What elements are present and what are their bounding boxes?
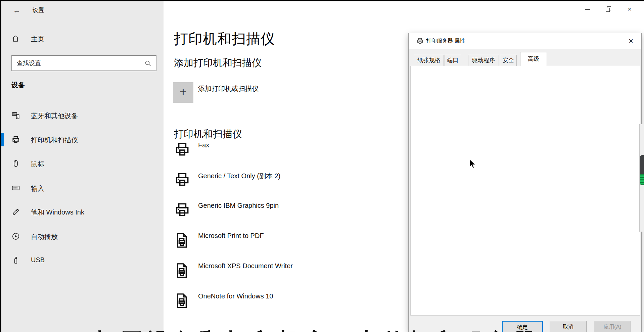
- sidebar-item-bluetooth[interactable]: 蓝牙和其他设备: [1, 108, 164, 123]
- settings-sidebar: ← 设置 主页 设备 蓝牙和其他设备 打印机和扫描仪: [1, 1, 164, 332]
- printer-icon: [11, 135, 20, 144]
- printer-name: Microsoft Print to PDF: [198, 232, 264, 240]
- sidebar-item-printers[interactable]: 打印机和扫描仪: [1, 132, 164, 147]
- printer-icon: [416, 37, 424, 45]
- print-document-icon: [174, 292, 189, 310]
- printer-list-heading: 打印机和扫描仪: [174, 128, 242, 141]
- scrollbar-green-marker: [640, 174, 644, 185]
- caption-text: 打开设备和打印机窗口中的打印服务器属性页: [95, 330, 541, 332]
- sidebar-item-home[interactable]: 主页: [1, 32, 164, 46]
- printer-row-xps-writer[interactable]: Microsoft XPS Document Writer: [173, 260, 408, 281]
- window-controls: ×: [578, 3, 639, 15]
- plus-glyph: +: [180, 85, 187, 99]
- sidebar-item-label: USB: [31, 256, 45, 264]
- keyboard-icon: [11, 184, 20, 192]
- screen: ← 设置 主页 设备 蓝牙和其他设备 打印机和扫描仪: [0, 0, 644, 332]
- apply-button[interactable]: 应用(A): [594, 321, 631, 332]
- pen-icon: [11, 207, 20, 216]
- screen-edge-top: [0, 0, 644, 1]
- add-printer-label: 添加打印机或扫描仪: [198, 84, 259, 93]
- titlebar: ← 设置: [1, 4, 164, 19]
- tab-advanced[interactable]: 高级: [520, 52, 547, 66]
- sidebar-section-devices: 设备: [11, 81, 25, 90]
- sidebar-item-typing[interactable]: 输入: [1, 181, 164, 195]
- tab-drivers[interactable]: 驱动程序: [468, 55, 499, 66]
- dialog-titlebar: 打印服务器 属性 ×: [409, 33, 641, 49]
- scrollbar-thumb[interactable]: [640, 155, 644, 185]
- sidebar-item-label: 输入: [31, 184, 44, 193]
- printer-name: Generic IBM Graphics 9pin: [198, 202, 279, 209]
- sidebar-home-label: 主页: [31, 35, 44, 44]
- sidebar-item-label: 笔和 Windows Ink: [31, 208, 84, 217]
- bluetooth-devices-icon: [11, 111, 20, 120]
- sidebar-item-pen[interactable]: 笔和 Windows Ink: [1, 204, 164, 219]
- search-box[interactable]: [11, 55, 156, 71]
- plus-icon[interactable]: +: [173, 82, 193, 103]
- sidebar-item-autoplay[interactable]: 自动播放: [1, 229, 164, 244]
- printer-icon: [174, 141, 191, 158]
- mouse-icon: [11, 159, 20, 168]
- advanced-tab-panel: [410, 66, 640, 316]
- tab-ports[interactable]: 端口: [445, 55, 461, 66]
- add-printer-button[interactable]: + 添加打印机或扫描仪: [173, 82, 374, 103]
- printer-name: Microsoft XPS Document Writer: [198, 262, 293, 270]
- page-title: 打印机和扫描仪: [174, 30, 275, 48]
- usb-icon: [11, 256, 20, 265]
- sidebar-item-label: 蓝牙和其他设备: [31, 111, 78, 121]
- mouse-cursor: [469, 159, 476, 169]
- screen-edge-left: [0, 0, 1, 332]
- printer-name: Generic / Text Only (副本 2): [198, 172, 280, 181]
- printer-row-generic-text[interactable]: Generic / Text Only (副本 2): [173, 170, 408, 190]
- printer-row-print-to-pdf[interactable]: Microsoft Print to PDF: [173, 230, 408, 251]
- print-document-icon: [174, 231, 189, 249]
- sidebar-item-label: 打印机和扫描仪: [31, 136, 78, 145]
- dialog-footer: 确定 取消 应用(A): [409, 316, 641, 332]
- print-document-icon: [174, 262, 189, 280]
- print-server-properties-dialog: 打印服务器 属性 × 纸张规格 端口 驱动程序 安全 高级 DESKTOP-VQ…: [408, 33, 642, 332]
- dialog-title: 打印服务器 属性: [426, 38, 465, 45]
- printer-row-fax[interactable]: Fax: [173, 139, 408, 160]
- autoplay-icon: [11, 232, 20, 241]
- printer-row-onenote[interactable]: OneNote for Windows 10: [173, 290, 408, 311]
- printer-name: OneNote for Windows 10: [198, 292, 273, 300]
- sidebar-item-label: 自动播放: [31, 232, 58, 241]
- sidebar-item-mouse[interactable]: 鼠标: [1, 156, 164, 171]
- sidebar-item-usb[interactable]: USB: [1, 253, 164, 268]
- printer-name: Fax: [198, 141, 209, 149]
- search-input[interactable]: [17, 57, 141, 69]
- dialog-close-icon[interactable]: ×: [625, 35, 637, 47]
- printer-icon: [174, 201, 191, 219]
- printer-row-generic-ibm[interactable]: Generic IBM Graphics 9pin: [173, 200, 408, 221]
- cancel-button[interactable]: 取消: [550, 321, 587, 332]
- app-title: 设置: [33, 6, 44, 14]
- sidebar-item-label: 鼠标: [31, 159, 44, 169]
- tab-security[interactable]: 安全: [500, 55, 517, 66]
- printer-icon: [174, 171, 191, 188]
- minimize-button[interactable]: [578, 3, 597, 15]
- back-button[interactable]: ←: [11, 5, 23, 15]
- restore-button[interactable]: [599, 3, 618, 15]
- add-section-heading: 添加打印机和扫描仪: [174, 56, 262, 70]
- tab-paper-sizes[interactable]: 纸张规格: [414, 55, 444, 66]
- clipped-caption-fragments: 打开设备和打印机窗口中的打印服务器属性页: [95, 330, 541, 332]
- home-icon: [11, 35, 19, 43]
- close-button[interactable]: ×: [620, 3, 639, 15]
- search-icon[interactable]: [144, 60, 152, 67]
